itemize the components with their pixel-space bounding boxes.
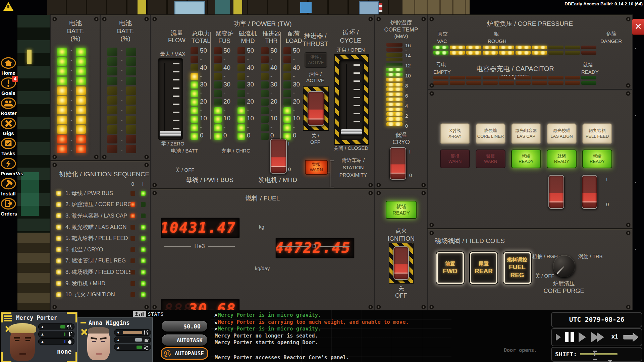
he3-label: He3 xyxy=(194,243,205,250)
sidebar-item-gigs[interactable]: Gigs xyxy=(1,117,16,136)
tick-label: - xyxy=(67,128,76,133)
sidebar-item-install[interactable]: Install xyxy=(1,178,16,196)
autotask-button[interactable]: AUTOTASK xyxy=(162,335,207,346)
tick-label: - xyxy=(247,107,258,113)
las-align-switch[interactable] xyxy=(548,175,564,209)
led xyxy=(261,99,269,106)
sidebar-item-goals[interactable]: 4 Goals xyxy=(1,77,16,96)
sidebar-item-tasks[interactable]: Tasks xyxy=(1,137,16,156)
cycle-slider[interactable] xyxy=(339,59,364,140)
field-coil-button[interactable]: 尾置 REAR xyxy=(469,251,498,285)
note-line1: 附近车站 / xyxy=(335,157,372,164)
tasks-icon xyxy=(1,137,16,149)
led xyxy=(516,51,531,55)
meter-leds xyxy=(261,47,269,140)
led xyxy=(261,64,269,71)
step-lamp xyxy=(56,281,61,286)
led xyxy=(237,56,245,63)
core-purge-knob[interactable] xyxy=(553,255,575,277)
tick-label: - xyxy=(223,124,234,130)
led xyxy=(214,64,222,71)
battery-led-column xyxy=(57,48,67,153)
log-text: Mercy Porter accesses Reactor Core's pan… xyxy=(215,355,349,361)
pause-button[interactable] xyxy=(565,332,574,342)
battery-unit: (%) xyxy=(101,35,150,42)
tick-label: - xyxy=(405,68,415,73)
stats-button[interactable]: STATS xyxy=(133,311,164,317)
hull-window xyxy=(174,1,205,15)
flow-slider-handle[interactable] xyxy=(159,131,181,137)
fast-forward-button[interactable] xyxy=(591,332,604,342)
led xyxy=(57,125,67,134)
gigs-icon xyxy=(1,117,16,129)
cycle-slider-handle[interactable] xyxy=(341,129,362,135)
warning-icon[interactable] xyxy=(3,2,13,11)
thrust-switch[interactable] xyxy=(308,91,324,126)
tick-label: 20 xyxy=(200,98,211,105)
led xyxy=(191,107,198,114)
pell-feed-switch[interactable] xyxy=(582,175,597,209)
autopause-label: AUTOPAUSE xyxy=(175,350,204,357)
led xyxy=(499,76,514,79)
money-button[interactable]: $0.00 xyxy=(162,321,207,331)
shift-tick[interactable] xyxy=(593,351,597,360)
led xyxy=(237,81,245,88)
trend-arrow: ▲ xyxy=(41,332,44,336)
shift-tick[interactable] xyxy=(608,360,612,362)
field-coil-button[interactable]: 燃料调控 FUEL REG xyxy=(503,251,532,285)
tick-label: - xyxy=(247,89,258,96)
tick-label: 50 xyxy=(223,47,234,54)
play-icon[interactable] xyxy=(579,332,586,342)
led xyxy=(191,81,198,88)
led xyxy=(191,73,198,80)
ignition-switch-frame xyxy=(389,243,414,284)
mhd-switch[interactable] xyxy=(270,139,287,174)
subsystem-button[interactable]: 激光电容器 LAS CAP xyxy=(511,123,541,144)
ignition-sequence-row: 5. 靶丸给料 / PELL FEED xyxy=(55,233,148,244)
subsystem-button[interactable]: 靶丸给料 PELL FEED xyxy=(582,123,612,144)
tick-label: - xyxy=(117,118,126,123)
select-corner xyxy=(67,352,77,362)
subsystem-button[interactable]: X射线 X-RAY xyxy=(440,123,470,144)
crew-card-mercy[interactable]: Mercy Porter ▲ ▲ ▲ none xyxy=(1,312,77,362)
flow-slider[interactable] xyxy=(158,58,183,140)
log-line: Mercy Porter no longer is seated. xyxy=(214,333,448,340)
ignition-switch[interactable] xyxy=(393,246,409,280)
led xyxy=(126,96,136,105)
bar-fill xyxy=(64,333,65,336)
step-label: 8. 磁场线圈 / FIELD COILS xyxy=(65,268,132,276)
skip-arrow-button[interactable] xyxy=(623,332,639,342)
waves-icon xyxy=(143,345,149,350)
close-button[interactable]: ✕ xyxy=(632,19,644,35)
cryo-switch[interactable] xyxy=(390,147,406,180)
crew-card-anna[interactable]: Anna Wiggins ▼ ▲ ▲ xyxy=(77,317,153,362)
sidebar-item-orders[interactable]: Orders xyxy=(1,198,16,217)
led xyxy=(76,96,86,105)
subsystem-button[interactable]: 烧蚀墙 CORE LINER xyxy=(476,123,505,144)
sidebar-item-roster[interactable]: Roster xyxy=(1,97,16,116)
tick-label: - xyxy=(67,108,76,113)
tick-label: 14 xyxy=(405,53,415,58)
state-on-indicator xyxy=(141,225,146,230)
fuel-unit-kgday: kg/day xyxy=(255,265,270,271)
led xyxy=(126,125,136,134)
subsystem-button[interactable]: 激光校瞄 LAS ALIGN xyxy=(547,123,577,144)
led xyxy=(261,73,269,80)
autopause-button[interactable]: AUTOPAUSE xyxy=(161,347,208,360)
field-coil-buttons: 前置 FWD 尾置 REAR 燃料调控 FUEL REG xyxy=(436,251,532,285)
play-small-icon[interactable] xyxy=(556,334,561,341)
field-coil-button[interactable]: 前置 FWD xyxy=(436,251,465,285)
led xyxy=(261,47,269,54)
sidebar-item-powervis[interactable]: PowerVis xyxy=(1,158,16,176)
meter-label-zh: 聚变炉 xyxy=(214,29,235,38)
thrust-label-zh: 活性 / xyxy=(300,71,330,77)
sidebar-item-home[interactable]: Home xyxy=(1,57,16,76)
subsystem-status-lamp: 就绪 READY xyxy=(582,149,612,168)
shift-bar[interactable] xyxy=(580,353,618,355)
led xyxy=(107,77,117,85)
hull-plating xyxy=(17,233,50,310)
led xyxy=(483,46,498,49)
ignition-sequence-title: 初始化 / IGNITION SEQUENCE xyxy=(59,170,149,179)
state-on-indicator xyxy=(141,247,146,252)
tick-label: - xyxy=(67,58,76,63)
